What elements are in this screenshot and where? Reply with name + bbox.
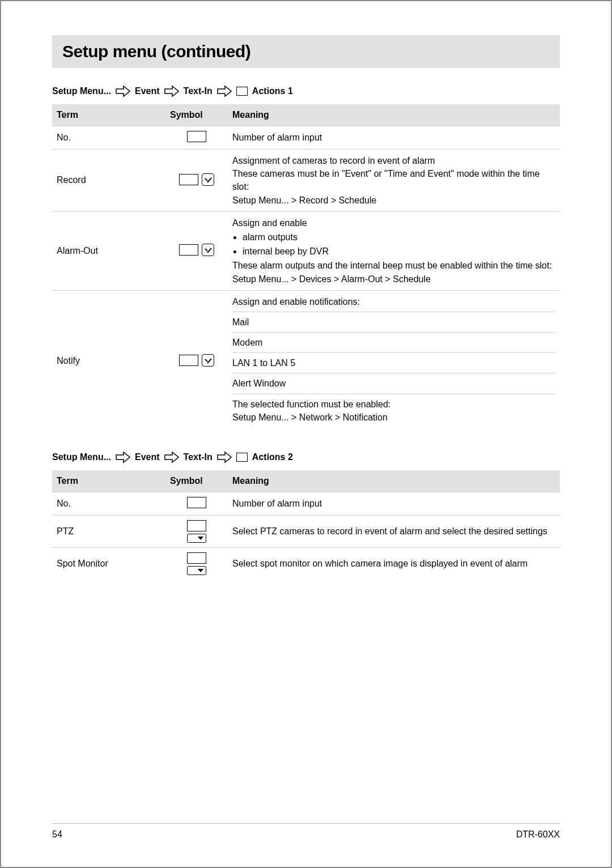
term-cell: Alarm-Out [52, 211, 165, 290]
meaning-section: Modem [232, 332, 555, 352]
title-bar: Setup menu (continued) [52, 35, 560, 68]
table-row: PTZ Select PTZ cameras to record in even… [52, 516, 560, 548]
meaning-section: LAN 1 to LAN 5 [232, 352, 555, 373]
table-row: Spot Monitor Select spot monitor on whic… [52, 548, 560, 580]
text-field-icon [187, 131, 206, 142]
arrow-right-icon [164, 451, 179, 463]
meaning-line: These cameras must be in "Event" or "Tim… [232, 167, 555, 193]
arrow-right-icon [116, 85, 130, 97]
text-field-icon [179, 244, 198, 256]
symbol-cell [165, 516, 228, 548]
term-cell: No. [52, 126, 165, 150]
symbol-cell [165, 150, 228, 212]
meaning-line: The selected function must be enabled: [232, 398, 555, 411]
breadcrumb-2: Setup Menu... Event Text-In Actions 2 [52, 451, 560, 463]
meaning-line: Setup Menu... > Devices > Alarm-Out > Sc… [232, 273, 555, 286]
meaning-line: Setup Menu... > Network > Notification [232, 411, 555, 424]
table-row: No. Number of alarm input [52, 126, 560, 150]
breadcrumb-root: Setup Menu... [52, 86, 111, 96]
model-label: DTR-60XX [516, 829, 560, 840]
list-item: alarm outputs [243, 231, 555, 244]
meaning-cell: Assign and enable notifications: Mail Mo… [228, 290, 560, 432]
dropdown-icon [187, 566, 206, 575]
actions2-table: Term Symbol Meaning No. Number of alarm … [52, 470, 560, 580]
arrow-right-icon [116, 451, 130, 463]
symbol-cell [165, 126, 228, 150]
arrow-right-icon [217, 85, 232, 97]
meaning-cell: Assignment of cameras to record in event… [228, 150, 560, 212]
term-cell: No. [52, 492, 165, 516]
meaning-section: Alert Window [232, 373, 555, 393]
meaning-line: These alarm outputs and the internal bee… [232, 259, 555, 272]
checkbox-icon [202, 244, 214, 256]
checkbox-icon [202, 173, 214, 186]
text-field-icon [179, 355, 198, 366]
meaning-section: Mail [232, 312, 555, 332]
meaning-bullets: alarm outputs internal beep by DVR [232, 229, 555, 259]
meaning-section: The selected function must be enabled: S… [232, 394, 555, 427]
box-icon [236, 453, 248, 462]
table-row: No. Number of alarm input [52, 492, 560, 516]
breadcrumb-actions1: Actions 1 [252, 86, 293, 96]
symbol-cell [165, 211, 228, 290]
term-cell: Record [52, 150, 165, 212]
term-cell: Notify [52, 290, 165, 432]
col-meaning: Meaning [228, 104, 560, 126]
breadcrumb-textin: Text-In [184, 86, 212, 96]
col-term: Term [52, 104, 165, 126]
breadcrumb-event: Event [135, 452, 160, 462]
table-row: Record Assignment of cameras to record i… [52, 150, 560, 212]
meaning-cell: Select spot monitor on which camera imag… [228, 548, 560, 580]
checkbox-icon [202, 354, 214, 367]
col-meaning: Meaning [228, 470, 560, 492]
breadcrumb-root: Setup Menu... [52, 452, 111, 462]
text-field-icon [187, 520, 206, 531]
arrow-right-icon [164, 85, 179, 97]
page: Setup menu (continued) Setup Menu... Eve… [0, 0, 612, 868]
text-field-icon [187, 552, 206, 564]
page-number: 54 [52, 829, 62, 840]
page-title: Setup menu (continued) [62, 42, 550, 61]
actions1-table: Term Symbol Meaning No. Number of alarm … [52, 104, 560, 432]
col-symbol: Symbol [165, 470, 228, 492]
breadcrumb-1: Setup Menu... Event Text-In Actions 1 [52, 85, 560, 97]
meaning-line: Assign and enable [232, 216, 555, 229]
table-row: Alarm-Out Assign and enable alarm output… [52, 211, 560, 290]
col-term: Term [52, 470, 165, 492]
meaning-cell: Number of alarm input [228, 492, 560, 516]
text-field-icon [187, 497, 206, 508]
term-cell: Spot Monitor [52, 548, 165, 580]
meaning-cell: Assign and enable alarm outputs internal… [228, 211, 560, 290]
meaning-line: Setup Menu... > Record > Schedule [232, 194, 555, 207]
page-footer: 54 DTR-60XX [52, 823, 560, 840]
dropdown-icon [187, 534, 206, 543]
meaning-cell: Number of alarm input [228, 126, 560, 150]
symbol-cell [165, 492, 228, 516]
symbol-cell [165, 548, 228, 580]
box-icon [236, 87, 248, 96]
meaning-cell: Select PTZ cameras to record in event of… [228, 516, 560, 548]
col-symbol: Symbol [165, 104, 228, 126]
meaning-line: Assignment of cameras to record in event… [232, 154, 555, 167]
breadcrumb-textin: Text-In [184, 452, 212, 462]
term-cell: PTZ [52, 516, 165, 548]
symbol-cell [165, 290, 228, 432]
list-item: internal beep by DVR [243, 245, 555, 258]
arrow-right-icon [217, 451, 232, 463]
text-field-icon [179, 174, 198, 185]
meaning-section: Assign and enable notifications: [232, 295, 555, 312]
breadcrumb-event: Event [135, 86, 160, 96]
breadcrumb-actions2: Actions 2 [252, 452, 293, 462]
table-row: Notify Assign and enable notifications: … [52, 290, 560, 432]
